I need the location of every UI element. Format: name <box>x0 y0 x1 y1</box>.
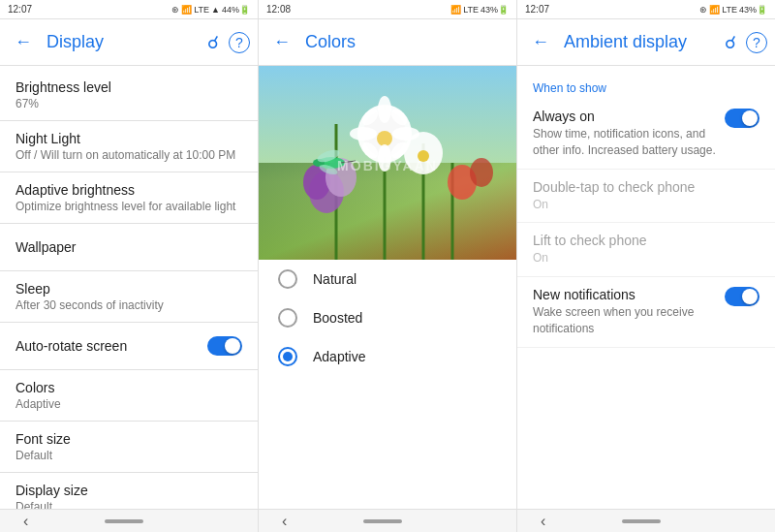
always-on-item[interactable]: Always on Show time, notification icons,… <box>517 99 775 170</box>
back-button-middle[interactable]: ‹ <box>274 511 294 532</box>
sleep-title: Sleep <box>16 281 242 297</box>
display-size-title: Display size <box>16 483 242 498</box>
adaptive-brightness-item[interactable]: Adaptive brightness Optimize brightness … <box>0 172 258 223</box>
always-on-title: Always on <box>533 109 717 124</box>
night-light-subtitle: Off / Will turn on automatically at 10:0… <box>16 148 242 162</box>
battery-left: 44%🔋 <box>222 5 250 15</box>
sleep-item[interactable]: Sleep After 30 seconds of inactivity <box>0 271 258 322</box>
new-notifications-subtitle: Wake screen when you receive notificatio… <box>533 304 717 337</box>
colors-back-button[interactable]: ← <box>266 27 297 58</box>
time-middle: 12:08 <box>266 4 291 15</box>
home-pill-right[interactable] <box>622 519 661 523</box>
adaptive-brightness-title: Adaptive brightness <box>16 182 242 198</box>
colors-panel: ← Colors <box>259 19 517 509</box>
display-size-subtitle: Default <box>16 500 242 509</box>
signal-icon: 📶 <box>181 5 192 15</box>
colors-item[interactable]: Colors Adaptive <box>0 370 258 421</box>
natural-radio[interactable] <box>278 269 297 289</box>
status-icons-left: ⊛ 📶 LTE ▲ 44%🔋 <box>171 5 250 15</box>
home-pill-middle[interactable] <box>363 519 402 523</box>
lift-to-check-subtitle: On <box>533 250 752 266</box>
home-pill-left[interactable] <box>105 519 143 523</box>
lte-label: LTE <box>194 5 209 15</box>
brightness-subtitle: 67% <box>16 97 242 110</box>
new-notifications-title: New notifications <box>533 287 717 302</box>
lte-mid: LTE <box>463 5 479 15</box>
signal-icon-right: 📶 <box>709 5 720 15</box>
color-options-list: Natural Boosted Adaptive <box>259 260 516 376</box>
wallpaper-item[interactable]: Wallpaper <box>0 224 258 270</box>
colors-subtitle: Adaptive <box>16 397 242 411</box>
font-size-title: Font size <box>16 431 242 447</box>
boosted-option[interactable]: Boosted <box>259 298 516 337</box>
bottom-nav-row: ‹ ‹ ‹ <box>0 509 775 532</box>
lte-right: LTE <box>722 5 737 15</box>
display-size-item[interactable]: Display size Default <box>0 473 258 509</box>
double-tap-text: Double-tap to check phone On <box>533 179 760 213</box>
font-size-subtitle: Default <box>16 449 242 462</box>
signal-icon-mid: 📶 <box>450 5 461 15</box>
wallpaper-title: Wallpaper <box>16 239 242 255</box>
svg-point-12 <box>378 96 391 123</box>
time-right: 12:07 <box>525 4 549 15</box>
svg-point-11 <box>377 131 392 146</box>
color-preview-image: MOBIGYAAN <box>259 66 516 260</box>
adaptive-option[interactable]: Adaptive <box>259 337 516 376</box>
brightness-title: Brightness level <box>16 79 242 95</box>
double-tap-subtitle: On <box>533 197 752 213</box>
time-left: 12:07 <box>8 4 32 15</box>
bottom-nav-middle: ‹ <box>259 509 517 532</box>
bottom-nav-right: ‹ <box>517 509 775 532</box>
status-bar: 12:07 ⊛ 📶 LTE ▲ 44%🔋 12:08 📶 LTE 43%🔋 12… <box>0 0 775 19</box>
bluetooth-icon-right: ⊛ <box>699 5 707 15</box>
colors-title-bar: Colors <box>305 32 509 52</box>
lift-to-check-item[interactable]: Lift to check phone On <box>517 223 775 277</box>
svg-point-23 <box>470 158 493 187</box>
ambient-panel: ← Ambient display ☌ ? When to show Alway… <box>517 19 775 509</box>
ambient-help-button[interactable]: ? <box>746 32 767 53</box>
lift-to-check-title: Lift to check phone <box>533 233 752 248</box>
display-search-button[interactable]: ☌ <box>198 27 229 58</box>
adaptive-label: Adaptive <box>313 349 365 364</box>
new-notifications-item[interactable]: New notifications Wake screen when you r… <box>517 277 775 348</box>
display-help-button[interactable]: ? <box>229 32 250 53</box>
auto-rotate-toggle[interactable] <box>207 336 242 356</box>
ambient-search-button[interactable]: ☌ <box>715 27 746 58</box>
display-settings-list: Brightness level 67% Night Light Off / W… <box>0 66 258 509</box>
double-tap-title: Double-tap to check phone <box>533 179 752 195</box>
auto-rotate-title: Auto-rotate screen <box>16 338 127 354</box>
sleep-subtitle: After 30 seconds of inactivity <box>16 298 242 312</box>
back-button-right[interactable]: ‹ <box>533 511 553 532</box>
font-size-item[interactable]: Font size Default <box>0 422 258 472</box>
bluetooth-icon: ⊛ <box>171 5 179 15</box>
night-light-item[interactable]: Night Light Off / Will turn on automatic… <box>0 121 258 172</box>
always-on-toggle[interactable] <box>725 109 760 128</box>
lift-to-check-text: Lift to check phone On <box>533 233 760 266</box>
display-back-button[interactable]: ← <box>8 27 39 58</box>
wifi-icon: ▲ <box>211 5 220 15</box>
adaptive-radio[interactable] <box>278 347 297 366</box>
new-notifications-toggle[interactable] <box>725 287 760 306</box>
ambient-back-button[interactable]: ← <box>525 27 556 58</box>
bottom-nav-left: ‹ <box>0 509 259 532</box>
natural-label: Natural <box>313 271 356 287</box>
status-icons-middle: 📶 LTE 43%🔋 <box>450 5 509 15</box>
status-icons-right: ⊛ 📶 LTE 43%🔋 <box>699 5 767 15</box>
adaptive-brightness-subtitle: Optimize brightness level for available … <box>16 200 242 213</box>
double-tap-item[interactable]: Double-tap to check phone On <box>517 170 775 224</box>
display-title: Display <box>46 32 198 52</box>
status-bar-right: 12:07 ⊛ 📶 LTE 43%🔋 <box>517 0 775 19</box>
ambient-app-bar: ← Ambient display ☌ ? <box>517 19 775 66</box>
always-on-text: Always on Show time, notification icons,… <box>533 109 725 159</box>
auto-rotate-item[interactable]: Auto-rotate screen <box>0 323 258 369</box>
natural-option[interactable]: Natural <box>259 260 516 298</box>
colors-app-bar: ← Colors <box>259 19 516 66</box>
battery-mid: 43%🔋 <box>480 5 509 15</box>
ambient-title: Ambient display <box>564 32 715 52</box>
back-button-left[interactable]: ‹ <box>16 511 36 532</box>
svg-text:MOBIGYAAN: MOBIGYAAN <box>337 158 438 173</box>
display-app-bar: ← Display ☌ ? <box>0 19 258 66</box>
boosted-radio[interactable] <box>278 308 297 328</box>
always-on-subtitle: Show time, notification icons, and other… <box>533 126 717 159</box>
brightness-level-item[interactable]: Brightness level 67% <box>0 70 258 120</box>
